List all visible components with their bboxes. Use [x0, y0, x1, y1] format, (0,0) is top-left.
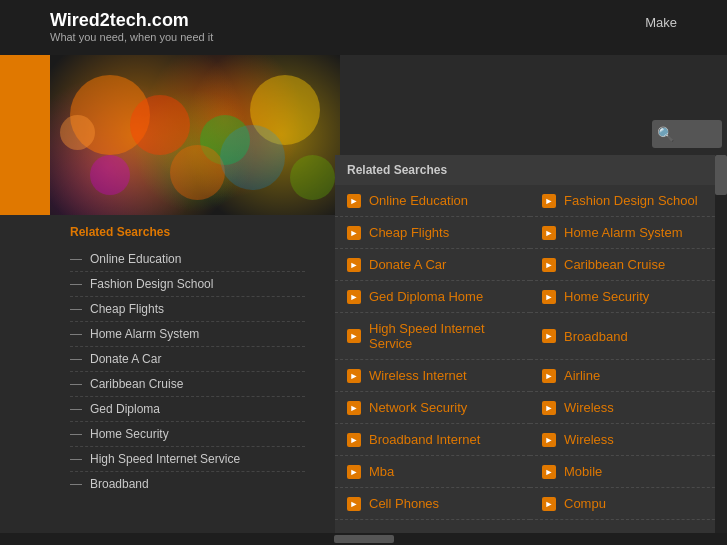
sidebar-link[interactable]: Fashion Design School — [90, 277, 213, 291]
sidebar-link[interactable]: Donate A Car — [90, 352, 161, 366]
sidebar-list-item[interactable]: — Online Education — [70, 247, 305, 272]
main-item-link[interactable]: Caribbean Cruise — [564, 257, 665, 272]
main-list-item-right[interactable]: ► Wireless — [530, 392, 725, 424]
orange-accent-bar — [0, 55, 50, 215]
main-item-link[interactable]: Wireless — [564, 432, 614, 447]
site-tagline: What you need, when you need it — [50, 31, 213, 43]
main-list-item-left[interactable]: ► Broadband Internet — [335, 424, 530, 456]
main-item-icon: ► — [542, 465, 556, 479]
main-item-icon: ► — [347, 290, 361, 304]
scrollbar-bottom[interactable] — [0, 533, 727, 545]
sidebar-list-item[interactable]: — Broadband — [70, 472, 305, 496]
main-list-item-left[interactable]: ► Cell Phones — [335, 488, 530, 520]
main-list-item-right[interactable]: ► Home Alarm System — [530, 217, 725, 249]
sidebar-list-item[interactable]: — Donate A Car — [70, 347, 305, 372]
main-list-item-right[interactable]: ► Caribbean Cruise — [530, 249, 725, 281]
sidebar-link[interactable]: High Speed Internet Service — [90, 452, 240, 466]
sidebar-list-item[interactable]: — Cheap Flights — [70, 297, 305, 322]
main-item-icon: ► — [347, 329, 361, 343]
main-list-item-right[interactable]: ► Airline — [530, 360, 725, 392]
sidebar-link[interactable]: Caribbean Cruise — [90, 377, 183, 391]
sidebar-list-item[interactable]: — High Speed Internet Service — [70, 447, 305, 472]
main-item-icon: ► — [542, 401, 556, 415]
sidebar-link[interactable]: Home Alarm System — [90, 327, 199, 341]
main-item-link[interactable]: Broadband — [564, 329, 628, 344]
main-item-link[interactable]: Cheap Flights — [369, 225, 449, 240]
main-list-item-left[interactable]: ► Donate A Car — [335, 249, 530, 281]
main-list-item-right[interactable]: ► Mobile — [530, 456, 725, 488]
main-item-icon: ► — [542, 290, 556, 304]
main-item-link[interactable]: High Speed Internet Service — [369, 321, 518, 351]
main-item-link[interactable]: Wireless Internet — [369, 368, 467, 383]
main-list-item-right[interactable]: ► Home Security — [530, 281, 725, 313]
sidebar-arrow-icon: — — [70, 427, 82, 441]
sidebar-link[interactable]: Cheap Flights — [90, 302, 164, 316]
sidebar-arrow-icon: — — [70, 377, 82, 391]
sidebar-arrow-icon: — — [70, 327, 82, 341]
main-item-icon: ► — [347, 433, 361, 447]
sidebar-title: Related Searches — [70, 225, 305, 239]
main-list-item-left[interactable]: ► Online Education — [335, 185, 530, 217]
main-item-icon: ► — [347, 258, 361, 272]
main-item-icon: ► — [347, 226, 361, 240]
sidebar-arrow-icon: — — [70, 477, 82, 491]
sidebar-list-item[interactable]: — Home Alarm System — [70, 322, 305, 347]
main-item-link[interactable]: Wireless — [564, 400, 614, 415]
hero-image — [50, 55, 340, 215]
main-list-item-right[interactable]: ► Fashion Design School — [530, 185, 725, 217]
main-list-item-right[interactable]: ► Compu — [530, 488, 725, 520]
main-panel: Related Searches ► Online Education► Fas… — [335, 155, 725, 545]
main-panel-title: Related Searches — [335, 155, 725, 185]
search-box[interactable]: 🔍 — [652, 120, 722, 148]
main-item-icon: ► — [542, 369, 556, 383]
main-item-icon: ► — [347, 194, 361, 208]
main-list-item-right[interactable]: ► Wireless — [530, 424, 725, 456]
sidebar-link[interactable]: Home Security — [90, 427, 169, 441]
header-left: Wired2tech.com What you need, when you n… — [50, 10, 213, 43]
sidebar-arrow-icon: — — [70, 452, 82, 466]
sidebar-items: — Online Education— Fashion Design Schoo… — [70, 247, 305, 496]
main-list-item-right[interactable]: ► Broadband — [530, 313, 725, 360]
main-list-item-left[interactable]: ► Ged Diploma Home — [335, 281, 530, 313]
main-item-link[interactable]: Ged Diploma Home — [369, 289, 483, 304]
sidebar-list-item[interactable]: — Ged Diploma — [70, 397, 305, 422]
sidebar-list-item[interactable]: — Fashion Design School — [70, 272, 305, 297]
sidebar-arrow-icon: — — [70, 252, 82, 266]
sidebar-link[interactable]: Broadband — [90, 477, 149, 491]
main-item-icon: ► — [347, 369, 361, 383]
main-list-item-left[interactable]: ► Mba — [335, 456, 530, 488]
sidebar-arrow-icon: — — [70, 402, 82, 416]
main-item-link[interactable]: Home Security — [564, 289, 649, 304]
main-item-icon: ► — [542, 329, 556, 343]
scrollbar-bottom-thumb[interactable] — [334, 535, 394, 543]
main-list-item-left[interactable]: ► Cheap Flights — [335, 217, 530, 249]
sidebar-list-item[interactable]: — Home Security — [70, 422, 305, 447]
scrollbar-thumb[interactable] — [715, 155, 727, 195]
main-item-link[interactable]: Mobile — [564, 464, 602, 479]
main-item-link[interactable]: Home Alarm System — [564, 225, 682, 240]
sidebar-link[interactable]: Ged Diploma — [90, 402, 160, 416]
main-list-item-left[interactable]: ► Wireless Internet — [335, 360, 530, 392]
sidebar-arrow-icon: — — [70, 302, 82, 316]
main-item-icon: ► — [347, 497, 361, 511]
sidebar-arrow-icon: — — [70, 277, 82, 291]
main-list-item-left[interactable]: ► High Speed Internet Service — [335, 313, 530, 360]
main-list-item-left[interactable]: ► Network Security — [335, 392, 530, 424]
main-item-link[interactable]: Airline — [564, 368, 600, 383]
main-item-link[interactable]: Fashion Design School — [564, 193, 698, 208]
main-item-link[interactable]: Network Security — [369, 400, 467, 415]
sidebar-list-item[interactable]: — Caribbean Cruise — [70, 372, 305, 397]
main-item-link[interactable]: Mba — [369, 464, 394, 479]
sidebar-link[interactable]: Online Education — [90, 252, 181, 266]
main-item-link[interactable]: Donate A Car — [369, 257, 446, 272]
main-item-link[interactable]: Compu — [564, 496, 606, 511]
main-item-link[interactable]: Online Education — [369, 193, 468, 208]
main-item-icon: ► — [542, 497, 556, 511]
header: Wired2tech.com What you need, when you n… — [0, 0, 727, 55]
main-item-link[interactable]: Broadband Internet — [369, 432, 480, 447]
scrollbar-right[interactable] — [715, 155, 727, 545]
main-item-icon: ► — [542, 226, 556, 240]
main-item-link[interactable]: Cell Phones — [369, 496, 439, 511]
header-right: Make — [645, 10, 677, 30]
main-panel-items: ► Online Education► Fashion Design Schoo… — [335, 185, 725, 520]
